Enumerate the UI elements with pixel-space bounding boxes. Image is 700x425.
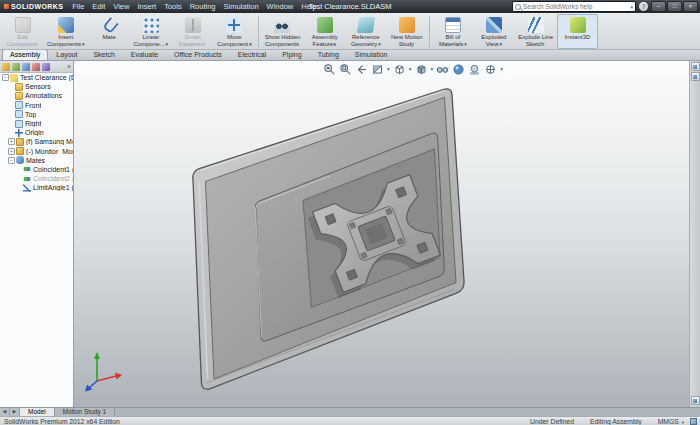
- tab-simulation[interactable]: Simulation: [347, 49, 396, 60]
- tab-office-products[interactable]: Office Products: [166, 49, 230, 60]
- status-display-icon[interactable]: [690, 418, 697, 425]
- panel-chevron-icon[interactable]: »: [67, 63, 71, 70]
- menu-insert[interactable]: Insert: [133, 2, 160, 11]
- hide-show-items-icon[interactable]: [436, 63, 449, 76]
- instant3d-button[interactable]: Instant3D: [557, 14, 598, 49]
- tree-item-sensors[interactable]: Sensors: [0, 82, 73, 91]
- tab-tubing[interactable]: Tubing: [310, 49, 347, 60]
- search-box[interactable]: ▾: [512, 1, 636, 12]
- tab-scroll-left-icon[interactable]: ◀: [0, 408, 10, 416]
- dropdown-caret-icon[interactable]: ▾: [500, 63, 503, 76]
- tree-item-annotations[interactable]: Annotations: [0, 91, 73, 100]
- tab-model[interactable]: Model: [20, 408, 55, 416]
- expander-icon[interactable]: +: [8, 138, 15, 145]
- tree-item-front-plane[interactable]: Front: [0, 101, 73, 110]
- units-selector[interactable]: MMGS ▾: [658, 418, 684, 425]
- linear-component-pattern-button[interactable]: Linear Compone...▾: [130, 14, 173, 49]
- edit-appearance-icon[interactable]: [452, 63, 465, 76]
- new-motion-study-button[interactable]: New Motion Study: [386, 14, 427, 49]
- edit-component-button[interactable]: Edit Component: [2, 14, 43, 49]
- mates-folder-icon: [16, 156, 24, 164]
- tab-assembly[interactable]: Assembly: [2, 49, 48, 60]
- editing-mode-label: Editing Assembly: [590, 418, 642, 425]
- mate-button[interactable]: Mate: [89, 14, 130, 49]
- insert-components-icon: [58, 17, 74, 33]
- configurationmanager-tab-icon[interactable]: [22, 63, 30, 71]
- tree-item-right-plane[interactable]: Right: [0, 119, 73, 128]
- tree-item-top-plane[interactable]: Top: [0, 110, 73, 119]
- tab-evaluate[interactable]: Evaluate: [123, 49, 166, 60]
- fullscreen-button[interactable]: [691, 62, 700, 71]
- smart-fasteners-icon: [185, 17, 201, 33]
- expander-icon[interactable]: −: [2, 74, 9, 81]
- reference-geometry-button[interactable]: Reference Geometry▾: [345, 14, 386, 49]
- menu-tools[interactable]: Tools: [160, 2, 186, 11]
- exploded-view-button[interactable]: Exploded View▾: [473, 14, 514, 49]
- smart-fasteners-button[interactable]: Smart Fasteners: [172, 14, 213, 49]
- constraint-status: Under Defined: [530, 418, 574, 425]
- menu-simulation[interactable]: Simulation: [220, 2, 263, 11]
- tree-item-assembly-root[interactable]: − Test Clearance (Default<De: [0, 73, 73, 82]
- zoom-to-area-icon[interactable]: [339, 63, 352, 76]
- propertymanager-tab-icon[interactable]: [12, 63, 20, 71]
- view-orientation-icon[interactable]: [393, 63, 406, 76]
- split-view-button[interactable]: [691, 72, 700, 81]
- zoom-fit-icon[interactable]: [323, 63, 336, 76]
- displaymanager-tab-icon[interactable]: [42, 63, 50, 71]
- menu-window[interactable]: Window: [263, 2, 298, 11]
- tree-item-coincident2[interactable]: Coincident2 (Samsun...: [0, 174, 73, 183]
- dropdown-caret-icon[interactable]: ▾: [409, 63, 412, 76]
- maximize-button[interactable]: □: [667, 1, 682, 12]
- view-settings-icon[interactable]: [484, 63, 497, 76]
- search-input[interactable]: [523, 3, 628, 11]
- show-hidden-components-button[interactable]: Show Hidden Components: [261, 14, 305, 49]
- section-view-icon[interactable]: [371, 63, 384, 76]
- close-button[interactable]: ×: [683, 1, 698, 12]
- previous-view-icon[interactable]: [355, 63, 368, 76]
- insert-components-button[interactable]: Insert Components▾: [43, 14, 89, 49]
- dropdown-caret-icon[interactable]: ▾: [431, 63, 434, 76]
- graphics-viewport[interactable]: ▾ ▾ ▾: [74, 61, 689, 407]
- tab-sketch[interactable]: Sketch: [85, 49, 122, 60]
- minimize-button[interactable]: –: [651, 1, 666, 12]
- viewport-scrollbar[interactable]: [689, 61, 700, 407]
- command-manager-ribbon: Edit Component Insert Components▾ Mate L…: [0, 13, 700, 50]
- dimxpertmanager-tab-icon[interactable]: [32, 63, 40, 71]
- move-component-button[interactable]: Move Component▾: [213, 14, 256, 49]
- tree-item-mates[interactable]: − Mates: [0, 156, 73, 165]
- tree-item-origin[interactable]: Origin: [0, 128, 73, 137]
- assembly-features-button[interactable]: Assembly Features: [304, 14, 345, 49]
- plane-icon: [15, 101, 23, 109]
- ribbon-separator: [429, 16, 430, 47]
- ribbon-separator: [258, 16, 259, 47]
- scroll-down-button[interactable]: [691, 396, 700, 405]
- tab-motion-study-1[interactable]: Motion Study 1: [55, 408, 115, 416]
- expander-icon[interactable]: −: [8, 157, 15, 164]
- menu-view[interactable]: View: [109, 2, 133, 11]
- menu-file[interactable]: File: [68, 2, 88, 11]
- tab-scroll-right-icon[interactable]: ▶: [10, 408, 20, 416]
- bill-of-materials-button[interactable]: Bill of Materials▾: [432, 14, 473, 49]
- explode-line-sketch-button[interactable]: Explode Line Sketch: [514, 14, 557, 49]
- tree-item-samsung-monitor[interactable]: + (f) Samsung Monitor_clea...: [0, 137, 73, 146]
- search-scope-caret-icon[interactable]: ▾: [630, 4, 633, 10]
- plane-icon: [15, 120, 23, 128]
- display-style-icon[interactable]: [415, 63, 428, 76]
- menu-routing[interactable]: Routing: [186, 2, 220, 11]
- tab-electrical[interactable]: Electrical: [230, 49, 274, 60]
- motion-study-icon: [399, 17, 415, 33]
- tab-piping[interactable]: Piping: [274, 49, 309, 60]
- tree-item-limitangle1[interactable]: LimitAngle1 (Monitor...: [0, 183, 73, 192]
- featuremanager-tab-icon[interactable]: [2, 63, 10, 71]
- origin-triad[interactable]: [85, 352, 122, 392]
- tab-layout[interactable]: Layout: [48, 49, 85, 60]
- origin-icon: [15, 129, 23, 137]
- tree-item-monitor-mount[interactable]: + (-) Monitor_Mount_Rev1-...: [0, 147, 73, 156]
- menu-edit[interactable]: Edit: [88, 2, 109, 11]
- tree-item-coincident1[interactable]: Coincident1 (Monitor_...: [0, 165, 73, 174]
- expander-icon[interactable]: +: [8, 148, 15, 155]
- apply-scene-icon[interactable]: [468, 63, 481, 76]
- help-button[interactable]: ?: [639, 2, 648, 11]
- dropdown-caret-icon[interactable]: ▾: [387, 63, 390, 76]
- monitor-assembly-model[interactable]: [74, 61, 689, 407]
